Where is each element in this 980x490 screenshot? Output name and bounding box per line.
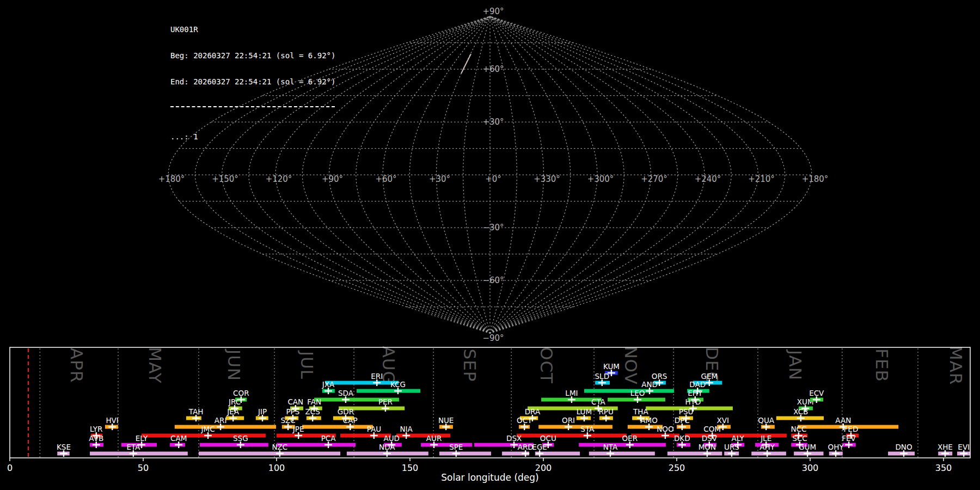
- shower-code-label: NCC: [791, 425, 806, 433]
- tick-label: 50: [138, 463, 149, 473]
- shower-code-label: ETA: [126, 443, 140, 451]
- shower-code-label: ERI: [371, 372, 383, 381]
- shower-code-label: ARD: [518, 443, 534, 451]
- shower-code-label: EVI: [958, 443, 970, 451]
- lon-label: +180°: [802, 174, 829, 184]
- shower-code-label: PSU: [679, 407, 694, 416]
- shower-code-label: THA: [633, 407, 648, 416]
- shower-bar: [302, 425, 373, 429]
- shower-bar: [667, 452, 722, 456]
- shower-code-label: STA: [580, 425, 595, 433]
- shower-code-label: DSX: [506, 434, 522, 443]
- shower-code-label: AUR: [426, 434, 442, 443]
- shower-code-label: SLD: [595, 372, 610, 381]
- shower-code-label: OER: [622, 434, 638, 443]
- month-label: NOV: [621, 346, 641, 384]
- shower-code-label: JPE: [292, 425, 304, 433]
- shower-code-label: SSG: [233, 434, 248, 443]
- shower-code-label: KSE: [57, 443, 71, 451]
- shower-code-label: LYR: [90, 425, 102, 433]
- shower-code-label: DNO: [895, 443, 912, 451]
- tick-label: 300: [802, 463, 819, 473]
- shower-code-label: AVB: [89, 434, 103, 443]
- lat-label: −60°: [482, 275, 504, 285]
- month-label: JUN: [224, 348, 244, 381]
- shower-code-label: GDR: [338, 407, 354, 416]
- shower-code-label: DKD: [674, 434, 690, 443]
- shower-bar: [589, 452, 655, 456]
- shower-code-label: NDA: [379, 443, 395, 451]
- lon-label: +90°: [322, 174, 343, 184]
- shower-code-label: HVI: [106, 416, 118, 425]
- shower-code-label: EGE: [532, 443, 547, 451]
- lon-label: +60°: [375, 174, 396, 184]
- shower-gum: GUM: [794, 443, 823, 457]
- pole-label-south: −90°: [482, 333, 504, 343]
- shower-code-label: JEA: [226, 407, 240, 416]
- shower-code-label: NZC: [272, 443, 287, 451]
- shower-dkd: DKD: [674, 434, 690, 448]
- month-label: JAN: [786, 349, 805, 381]
- shower-code-label: CAN: [287, 397, 303, 406]
- shower-code-label: OCT: [517, 416, 532, 425]
- shower-code-label: ARI: [215, 416, 227, 425]
- month-label: FEB: [872, 348, 892, 382]
- shower-code-label: FED: [844, 425, 859, 433]
- shower-ege: EGE: [532, 443, 580, 457]
- shower-code-label: LMI: [565, 389, 578, 397]
- shower-code-label: JIP: [258, 407, 267, 416]
- shower-nue: NUE: [438, 416, 454, 430]
- shower-code-label: GEM: [701, 372, 718, 381]
- shower-code-label: NTA: [603, 443, 618, 451]
- shower-ecv: ECV: [809, 389, 824, 403]
- tick-label: 350: [935, 463, 952, 473]
- shower-code-label: LEO: [630, 389, 645, 397]
- shower-code-label: XHE: [938, 443, 953, 451]
- lon-label: +330°: [534, 174, 560, 184]
- shower-avb: AVB: [89, 434, 103, 448]
- shower-code-label: PER: [378, 397, 393, 406]
- shower-code-label: NIA: [400, 425, 413, 433]
- shower-code-label: KCG: [390, 380, 406, 389]
- shower-ohy: OHY: [828, 443, 844, 457]
- lon-label: +270°: [641, 174, 667, 184]
- shower-code-label: DPC: [675, 416, 690, 425]
- shower-code-label: KUM: [603, 362, 620, 371]
- shower-dno: DNO: [888, 443, 915, 457]
- shower-bar: [579, 443, 666, 447]
- lat-label: +60°: [482, 64, 504, 74]
- sky-map-labels: +180°+150°+120°+90°+60°+30°+0°+330°+300°…: [158, 7, 829, 343]
- shower-code-label: AND: [641, 380, 658, 389]
- shower-code-label: DSV: [702, 434, 718, 443]
- plot-canvas: +180°+150°+120°+90°+60°+30°+0°+330°+300°…: [0, 0, 980, 490]
- shower-code-label: PCA: [321, 434, 336, 443]
- shower-code-label: COM: [703, 425, 721, 433]
- shower-bar: [90, 452, 188, 456]
- shower-code-label: TAH: [188, 407, 204, 416]
- month-label: MAY: [145, 347, 165, 383]
- shower-code-label: ORS: [652, 372, 667, 381]
- shower-xhe: XHE: [938, 443, 953, 457]
- shower-code-label: SPE: [449, 443, 463, 451]
- lon-label: +210°: [748, 174, 775, 184]
- shower-dpc: DPC: [675, 416, 690, 430]
- lon-label: +150°: [212, 174, 238, 184]
- lon-label: +30°: [429, 174, 450, 184]
- shower-bar: [439, 452, 491, 456]
- shower-urs: URS: [724, 443, 739, 457]
- lon-label: +300°: [587, 174, 614, 184]
- month-label: SEP: [460, 349, 480, 382]
- shower-code-label: CAP: [343, 416, 358, 425]
- shower-code-label: JRC: [228, 397, 241, 406]
- shower-zcs: ZCS: [305, 407, 321, 421]
- month-label: MAR: [946, 346, 966, 385]
- lon-label: +0°: [485, 174, 501, 184]
- shower-rpu: RPU: [598, 407, 613, 421]
- x-axis: 050100150200250300350Solar longitude (de…: [7, 458, 952, 483]
- shower-bar: [175, 425, 276, 429]
- radiant-drift-line: [461, 54, 471, 74]
- month-label: JUL: [297, 350, 317, 379]
- shower-mon: MON: [667, 443, 722, 457]
- shower-bar: [631, 434, 679, 438]
- shower-nda: NDA: [347, 443, 428, 457]
